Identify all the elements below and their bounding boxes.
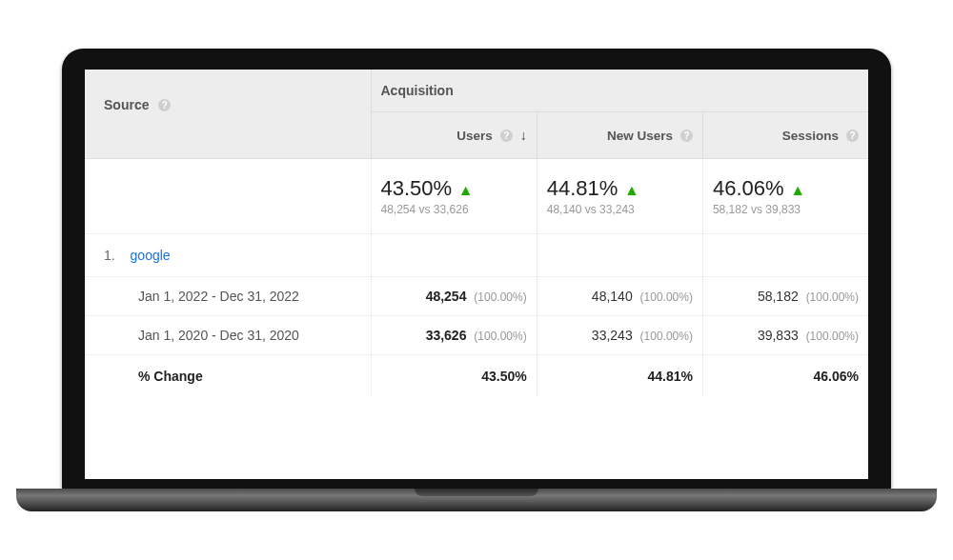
change-sessions: 46.06% — [702, 355, 868, 398]
summary-row: 43.50% ▲ 48,254 vs 33,626 44.81% ▲ 48,14… — [85, 159, 868, 234]
period-b-sessions: 39,833 (100.00%) — [702, 316, 868, 355]
header-acquisition: Acquisition — [371, 70, 868, 112]
summary-users-compare: 48,254 vs 33,626 — [381, 203, 527, 216]
laptop-base — [16, 489, 937, 511]
trend-up-icon: ▲ — [624, 182, 639, 199]
header-new-users[interactable]: New Users ? — [537, 112, 702, 159]
screen-bezel: Source ? Acquisition Users ? ↓ — [62, 49, 891, 489]
laptop-frame: Source ? Acquisition Users ? ↓ — [62, 49, 891, 511]
help-icon[interactable]: ? — [846, 130, 859, 142]
trend-up-icon: ▲ — [790, 182, 805, 199]
screen: Source ? Acquisition Users ? ↓ — [85, 70, 868, 479]
summary-new-users-compare: 48,140 vs 33,243 — [547, 203, 693, 216]
period-a-users: 48,254 (100.00%) — [371, 277, 537, 316]
table-row: Jan 1, 2020 - Dec 31, 2020 33,626 (100.0… — [85, 316, 868, 355]
change-users: 43.50% — [371, 355, 537, 398]
help-icon[interactable]: ? — [680, 130, 693, 142]
change-new-users: 44.81% — [537, 355, 702, 398]
header-source-label: Source — [104, 97, 149, 112]
header-sessions[interactable]: Sessions ? — [702, 112, 868, 159]
table-row-change: % Change 43.50% 44.81% 46.06% — [85, 355, 868, 398]
help-icon[interactable]: ? — [158, 99, 171, 111]
period-a-label: Jan 1, 2022 - Dec 31, 2022 — [85, 277, 371, 316]
summary-new-users-pct: 44.81% — [547, 176, 618, 201]
summary-sessions-compare: 58,182 vs 39,833 — [713, 203, 859, 216]
period-b-label: Jan 1, 2020 - Dec 31, 2020 — [85, 316, 371, 355]
period-a-sessions: 58,182 (100.00%) — [702, 277, 868, 316]
summary-sessions: 46.06% ▲ 58,182 vs 39,833 — [702, 159, 868, 234]
header-users-label: Users — [456, 129, 493, 143]
source-link-google[interactable]: google — [131, 248, 171, 263]
header-sessions-label: Sessions — [782, 129, 839, 143]
period-b-new-users: 33,243 (100.00%) — [537, 316, 702, 355]
summary-users: 43.50% ▲ 48,254 vs 33,626 — [371, 159, 537, 234]
trend-up-icon: ▲ — [458, 182, 474, 199]
summary-users-pct: 43.50% — [381, 176, 453, 201]
period-a-new-users: 48,140 (100.00%) — [537, 277, 702, 316]
header-acquisition-label: Acquisition — [381, 83, 454, 98]
table-row-title: 1. google — [85, 234, 868, 277]
summary-new-users: 44.81% ▲ 48,140 vs 33,243 — [537, 159, 702, 234]
help-icon[interactable]: ? — [500, 130, 513, 142]
table-row: Jan 1, 2022 - Dec 31, 2022 48,254 (100.0… — [85, 277, 868, 316]
row-index: 1. — [104, 248, 115, 263]
header-source[interactable]: Source ? — [85, 70, 371, 159]
header-users[interactable]: Users ? ↓ — [371, 112, 537, 159]
change-label: % Change — [85, 355, 371, 398]
acquisition-table: Source ? Acquisition Users ? ↓ — [85, 70, 868, 397]
header-new-users-label: New Users — [607, 129, 673, 143]
sort-desc-icon[interactable]: ↓ — [520, 128, 527, 143]
summary-sessions-pct: 46.06% — [713, 176, 784, 201]
period-b-users: 33,626 (100.00%) — [371, 316, 537, 355]
